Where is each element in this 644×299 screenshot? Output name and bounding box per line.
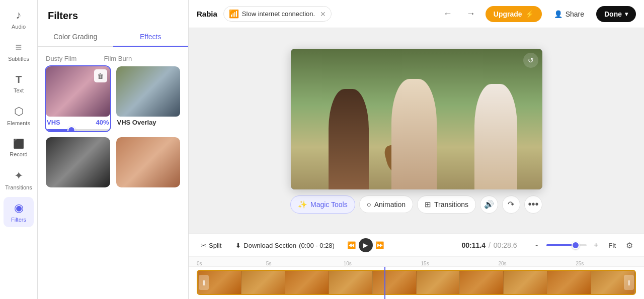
upgrade-button[interactable]: Upgrade ⚡ — [486, 6, 542, 22]
timeline-track: ‖ ‖ — [189, 267, 644, 299]
audio-icon: ♪ — [16, 9, 22, 22]
zoom-out-button[interactable]: - — [531, 240, 542, 251]
redo-button[interactable]: → — [462, 6, 479, 23]
magic-tools-label: Magic Tools — [310, 201, 348, 209]
text-icon: T — [16, 74, 22, 85]
audio-curve-button[interactable]: ↷ — [502, 195, 520, 214]
sidebar-audio-label: Audio — [12, 24, 26, 30]
tab-color-grading[interactable]: Color Grading — [38, 28, 113, 47]
sidebar-record-label: Record — [10, 151, 27, 157]
sidebar-item-text[interactable]: T Text — [4, 68, 34, 98]
timeline-settings-button[interactable]: ⚙ — [623, 239, 636, 252]
download-label: Download Section — [244, 242, 296, 249]
filters-panel: Filters Color Grading Effects Dusty Film… — [38, 0, 189, 299]
section-dusty-film: Dusty Film Film Burn — [38, 55, 188, 66]
more-button[interactable]: ••• — [524, 195, 542, 214]
transitions-btn-icon: ⊞ — [425, 200, 431, 209]
filter-thumb-vhs-overlay — [116, 66, 181, 117]
filter-card-bw[interactable] — [46, 137, 110, 187]
filter-delete-vhs[interactable]: 🗑 — [94, 69, 107, 82]
track-frame-4 — [329, 271, 373, 294]
sidebar-item-audio[interactable]: ♪ Audio — [4, 4, 34, 34]
timeline-ruler: 0s 5s 10s 15s 20s 25s — [189, 257, 644, 267]
ruler-10s: 10s — [344, 261, 352, 266]
current-time: 00:11.4 — [461, 241, 485, 249]
track-trim-right[interactable]: ‖ — [624, 275, 634, 290]
track-frame-8 — [504, 271, 547, 294]
magic-tools-button[interactable]: ✨ Magic Tools — [290, 195, 355, 214]
filter-thumb-warm — [116, 137, 181, 187]
track-frame-6 — [417, 271, 460, 294]
transitions-button[interactable]: ⊞ Transitions — [417, 195, 476, 214]
share-label: Share — [566, 10, 584, 18]
project-name: Rabia — [197, 10, 217, 18]
animation-button[interactable]: ○ Animation — [359, 195, 413, 213]
undo-button[interactable]: ← — [439, 6, 456, 23]
volume-button[interactable]: 🔊 — [480, 195, 498, 214]
record-icon: ⬛ — [13, 138, 24, 149]
download-section-button[interactable]: ⬇ Download Section (0:00 - 0:28) — [231, 240, 339, 251]
time-display: 00:11.4 / 00:28.6 — [461, 241, 517, 249]
share-button[interactable]: 👤 Share — [548, 7, 590, 21]
vhs-slider-thumb[interactable] — [67, 126, 75, 131]
sidebar-item-elements[interactable]: ⬡ Elements — [4, 101, 34, 131]
filter-card-vhs[interactable]: 🗑 VHS 40% — [46, 66, 110, 131]
total-time: 00:28.6 — [494, 241, 517, 249]
sidebar-item-record[interactable]: ⬛ Record — [4, 133, 34, 163]
fast-forward-button[interactable]: ⏩ — [373, 238, 387, 252]
zoom-in-button[interactable]: + — [591, 240, 602, 251]
upgrade-label: Upgrade — [494, 10, 522, 18]
animation-icon: ○ — [367, 200, 371, 209]
refresh-button[interactable]: ↺ — [523, 53, 538, 68]
track-trim-left[interactable]: ‖ — [199, 275, 209, 290]
subtitles-icon: ≡ — [16, 41, 22, 54]
playhead[interactable] — [384, 267, 385, 299]
done-button[interactable]: Done ▾ — [596, 6, 636, 22]
filter-slider-vhs[interactable] — [46, 128, 110, 131]
filter-card-vhs-overlay[interactable]: VHS Overlay — [116, 66, 181, 131]
zoom-slider[interactable] — [546, 244, 587, 246]
sidebar-subtitles-label: Subtitles — [8, 56, 29, 62]
sidebar-text-label: Text — [14, 87, 24, 93]
zoom-controls: - + Fit ⚙ — [531, 239, 636, 252]
close-connection-badge[interactable]: ✕ — [320, 10, 326, 18]
done-label: Done — [604, 10, 622, 18]
magic-wand-icon: ✨ — [298, 200, 307, 209]
sidebar-item-filters[interactable]: ◉ Filters — [4, 197, 34, 227]
split-icon: ✂ — [201, 242, 206, 249]
more-icon: ••• — [528, 198, 538, 210]
video-area: ↺ ✨ Magic Tools ○ Animation ⊞ Transition… — [189, 28, 644, 234]
done-chevron-icon: ▾ — [625, 11, 628, 18]
filter-info-vhs-overlay: VHS Overlay — [116, 117, 181, 128]
track-frame-9 — [547, 271, 591, 294]
person-center — [391, 79, 437, 189]
ruler-15s: 15s — [421, 261, 429, 266]
tab-effects[interactable]: Effects — [113, 28, 189, 47]
filter-thumb-bw — [46, 137, 110, 187]
track-frame-7 — [460, 271, 504, 294]
rewind-button[interactable]: ⏪ — [345, 238, 359, 252]
play-button[interactable]: ▶ — [359, 238, 373, 252]
filter-card-warm[interactable] — [116, 137, 181, 187]
main-content: Rabia 📶 Slow internet connection. ✕ ← → … — [189, 0, 644, 299]
transitions-icon: ✦ — [14, 169, 23, 182]
download-range: (0:00 - 0:28) — [299, 242, 335, 249]
video-track[interactable]: ‖ ‖ — [197, 270, 636, 295]
timeline-controls: ✂ Split ⬇ Download Section (0:00 - 0:28)… — [189, 234, 644, 257]
sidebar-item-subtitles[interactable]: ≡ Subtitles — [4, 36, 34, 66]
top-bar: Rabia 📶 Slow internet connection. ✕ ← → … — [189, 0, 644, 28]
ruler-5s: 5s — [266, 261, 272, 266]
sidebar-item-transitions[interactable]: ✦ Transitions — [4, 165, 34, 195]
person-right — [474, 84, 517, 189]
video-preview[interactable] — [291, 49, 542, 189]
video-toolbar: ✨ Magic Tools ○ Animation ⊞ Transitions … — [290, 195, 542, 214]
zoom-slider-thumb[interactable] — [572, 241, 580, 249]
vhs-slider-track — [47, 129, 109, 131]
split-button[interactable]: ✂ Split — [197, 240, 225, 251]
connection-badge: 📶 Slow internet connection. ✕ — [223, 6, 332, 22]
animation-label: Animation — [374, 201, 406, 209]
split-label: Split — [209, 242, 221, 249]
sidebar-transitions-label: Transitions — [5, 184, 32, 190]
fit-button[interactable]: Fit — [606, 241, 619, 250]
track-frame-2 — [242, 271, 285, 294]
